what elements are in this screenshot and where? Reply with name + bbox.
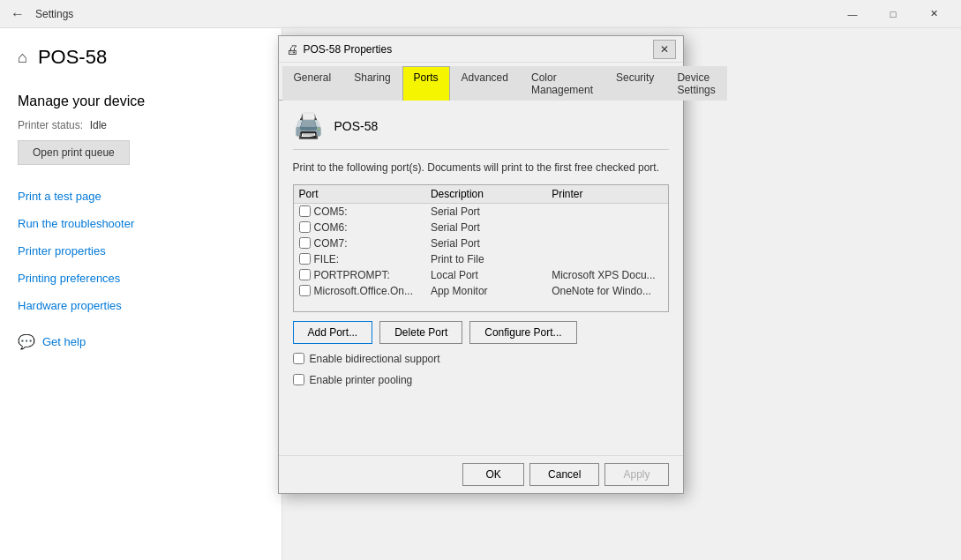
tab-device-settings[interactable]: Device Settings — [665, 66, 726, 101]
port-checkbox-2[interactable] — [299, 237, 311, 249]
col-printer: Printer — [546, 185, 667, 204]
port-name-3: FILE: — [314, 253, 340, 265]
printer-pooling-checkbox[interactable] — [293, 374, 304, 385]
port-cell-3: FILE: — [294, 251, 425, 267]
printer-header: 🖨️ POS-58 — [293, 111, 669, 150]
table-row: Microsoft.Office.On... App Monitor OneNo… — [294, 283, 668, 298]
port-printer-4: Microsoft XPS Docu... — [546, 267, 667, 283]
dialog-close-button[interactable]: ✕ — [653, 40, 676, 59]
tab-general[interactable]: General — [282, 66, 343, 101]
port-checkbox-0[interactable] — [299, 205, 311, 217]
add-port-button[interactable]: Add Port... — [293, 321, 373, 344]
ports-table: Port Description Printer COM5: — [294, 185, 668, 298]
ok-button[interactable]: OK — [462, 463, 524, 486]
port-printer-1 — [546, 220, 667, 235]
ports-description: Print to the following port(s). Document… — [293, 161, 669, 175]
port-name-1: COM6: — [314, 221, 348, 234]
port-actions: Add Port... Delete Port Configure Port..… — [293, 321, 669, 344]
printer-header-icon: 🖨️ — [293, 111, 324, 140]
bidirectional-checkbox[interactable] — [293, 353, 304, 364]
dialog-printer-icon: 🖨 — [286, 42, 298, 56]
port-checkbox-4[interactable] — [299, 269, 311, 280]
apply-button[interactable]: Apply — [604, 463, 668, 486]
table-scroll-area[interactable]: Port Description Printer COM5: — [294, 185, 668, 298]
delete-port-button[interactable]: Delete Port — [379, 321, 462, 344]
dialog-footer: OK Cancel Apply — [279, 455, 683, 493]
port-desc-5: App Monitor — [425, 283, 546, 298]
port-checkbox-5[interactable] — [299, 285, 311, 296]
table-row: COM6: Serial Port — [294, 220, 668, 235]
port-checkbox-3[interactable] — [299, 253, 311, 265]
dialog-body: 🖨️ POS-58 Print to the following port(s)… — [279, 101, 683, 455]
table-row: PORTPROMPT: Local Port Microsoft XPS Doc… — [294, 267, 668, 283]
printer-pooling-row: Enable printer pooling — [293, 374, 669, 386]
port-cell-1: COM6: — [294, 220, 425, 235]
port-name-2: COM7: — [314, 237, 348, 250]
tab-ports[interactable]: Ports — [402, 66, 450, 101]
port-cell-5: Microsoft.Office.On... — [294, 283, 425, 298]
port-desc-0: Serial Port — [425, 203, 546, 220]
port-desc-2: Serial Port — [425, 235, 546, 251]
bidirectional-label: Enable bidirectional support — [310, 353, 440, 365]
bidirectional-row: Enable bidirectional support — [293, 353, 669, 365]
ports-table-container: Port Description Printer COM5: — [293, 184, 669, 312]
table-row: COM7: Serial Port — [294, 235, 668, 251]
printer-header-name: POS-58 — [334, 119, 379, 133]
properties-dialog: 🖨 POS-58 Properties ✕ General Sharing Po… — [278, 35, 684, 494]
dialog-title-text: POS-58 Properties — [304, 43, 653, 56]
port-printer-0 — [546, 203, 667, 220]
port-name-0: COM5: — [314, 205, 348, 218]
port-cell-2: COM7: — [294, 235, 425, 251]
col-port: Port — [294, 185, 425, 204]
tab-sharing[interactable]: Sharing — [342, 66, 402, 101]
col-description: Description — [425, 185, 546, 204]
port-printer-5: OneNote for Windo... — [546, 283, 667, 298]
configure-port-button[interactable]: Configure Port... — [469, 321, 576, 344]
tab-color-management[interactable]: Color Management — [520, 66, 604, 101]
table-row: FILE: Print to File — [294, 251, 668, 267]
dialog-tabs: General Sharing Ports Advanced Color Man… — [279, 63, 683, 101]
cancel-button[interactable]: Cancel — [529, 463, 599, 486]
table-row: COM5: Serial Port — [294, 203, 668, 220]
dialog-overlay: 🖨 POS-58 Properties ✕ General Sharing Po… — [0, 0, 961, 560]
port-desc-4: Local Port — [425, 267, 546, 283]
port-desc-3: Print to File — [425, 251, 546, 267]
port-printer-2 — [546, 235, 667, 251]
port-printer-3 — [546, 251, 667, 267]
port-desc-1: Serial Port — [425, 220, 546, 235]
printer-pooling-label: Enable printer pooling — [310, 374, 413, 386]
tab-advanced[interactable]: Advanced — [450, 66, 520, 101]
dialog-title-bar: 🖨 POS-58 Properties ✕ — [279, 36, 683, 63]
tab-security[interactable]: Security — [604, 66, 665, 101]
port-cell-0: COM5: — [294, 204, 425, 220]
ports-table-header-row: Port Description Printer — [294, 185, 668, 204]
port-name-4: PORTPROMPT: — [314, 269, 390, 281]
port-cell-4: PORTPROMPT: — [294, 267, 425, 283]
port-checkbox-1[interactable] — [299, 221, 311, 233]
port-name-5: Microsoft.Office.On... — [314, 285, 413, 297]
